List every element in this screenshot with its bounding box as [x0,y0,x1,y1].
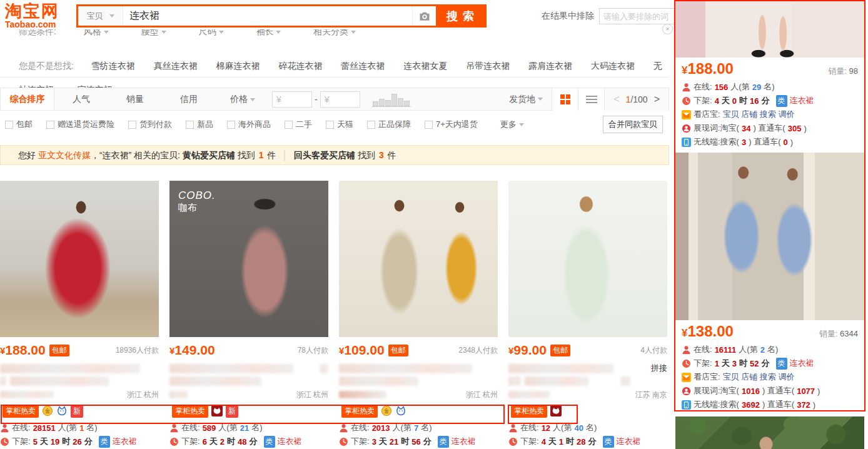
checkbox-icon[interactable] [285,121,293,129]
product-image[interactable] [0,181,159,337]
search-button[interactable]: 搜索 [436,6,485,26]
product-image[interactable] [675,1,864,58]
repeat-buyer-count: 3 [378,150,385,160]
seller-badges: 掌柜热卖 新 [169,401,328,421]
product-title-censored[interactable] [169,362,328,388]
suggest-link[interactable]: 雪纺连衣裙 [91,61,135,71]
paid-count: 2348人付款 [458,345,498,356]
checkbox-icon[interactable] [46,121,54,129]
more-filters-dropdown[interactable]: 更多 [500,119,524,130]
suggest-link[interactable]: 露肩连衣裙 [528,61,572,71]
grid-view-button[interactable] [552,88,578,111]
prev-page-button[interactable]: < [613,94,619,105]
next-page-button[interactable]: > [654,94,660,105]
checkbox-icon[interactable] [367,121,375,129]
sort-tab-popularity[interactable]: 人气 [54,88,108,110]
suggest-link[interactable]: 蕾丝连衣裙 [341,61,385,71]
taobao-logo[interactable]: 淘宝网 Taobao.com [5,3,74,29]
checkbox-new-item[interactable]: 新品 [186,119,213,130]
category-link[interactable]: 连衣裙 [278,436,302,447]
filter-related-category[interactable]: 相关分类 [313,29,356,36]
clock-icon [169,437,179,446]
product-image[interactable] [508,181,667,337]
sort-tab-credit[interactable]: 信用 [162,88,216,110]
checkbox-free-shipping[interactable]: 包邮 [5,119,33,130]
category-link[interactable]: 连衣裙 [790,358,814,369]
hot-sale-badge: 掌柜热卖 [172,405,208,418]
product-image[interactable] [675,153,864,320]
product-title-censored[interactable] [339,362,498,388]
filter-conditions-row: 筛选条件: 风格 腰型 尺码 袖长 相关分类 [0,29,669,43]
hot-sale-badge: 掌柜热卖 [3,405,39,418]
category-link[interactable]: 连衣裙 [452,436,476,447]
offshelf-stat-row: 下架:4天1时28分 类 连衣裙 [508,435,667,448]
filter-sleeve[interactable]: 袖长 [256,29,281,36]
checkbox-secondhand[interactable]: 二手 [285,119,312,130]
checkbox-icon[interactable] [326,121,334,129]
suggest-link[interactable]: 吊带连衣裙 [466,61,510,71]
category-link[interactable]: 连衣裙 [113,436,137,447]
shop-monitor-links[interactable]: 宝贝 店铺 搜索 调价 [723,109,795,120]
checkbox-cod[interactable]: 货到付款 [128,119,172,130]
sort-tab-sales[interactable]: 销量 [108,88,162,110]
checkbox-return-insurance[interactable]: 赠送退货运费险 [46,119,114,130]
list-view-button[interactable] [578,88,604,111]
free-shipping-badge: 包邮 [388,345,408,356]
ship-from-dropdown[interactable]: 发货地 [509,94,543,105]
shop-name-link[interactable]: 亚文文化传媒 [38,150,91,160]
clock-icon [682,96,691,106]
product-image[interactable]: COBO. 咖布 [169,181,328,337]
price-max-input[interactable]: ¥ [320,91,360,108]
product-price: 149.00 [174,343,214,358]
chevron-down-icon [109,14,114,18]
checkbox-authentic[interactable]: 正品保障 [367,119,411,130]
clock-icon [339,437,348,446]
suggest-link[interactable]: 大码连衣裙 [591,61,635,71]
price-histogram-icon[interactable] [371,92,411,107]
filter-size[interactable]: 尺码 [199,29,224,36]
checkbox-icon[interactable] [425,121,433,129]
search-category-dropdown[interactable]: 宝贝 [78,6,123,26]
sort-tab-price[interactable]: 价格 [216,88,270,110]
shop-monitor-links[interactable]: 宝贝 店铺 搜索 调价 [723,371,795,383]
checkbox-7day-return[interactable]: 7+天内退货 [425,119,478,130]
seller-badges: 掌柜热卖 金 新 [0,401,159,421]
merge-same-items-button[interactable]: 合并同款宝贝 [603,116,663,133]
suggest-link[interactable]: 棉麻连衣裙 [216,61,260,71]
product-image[interactable] [339,181,498,337]
suggest-link[interactable]: 连衣裙女夏 [403,61,447,71]
product-image[interactable] [675,416,864,449]
product-title-censored[interactable]: 拼接 [508,362,667,388]
checkbox-icon[interactable] [186,121,194,129]
product-title-censored[interactable] [0,362,159,388]
filter-style[interactable]: 风格 [84,29,109,36]
sort-tab-composite[interactable]: 综合排序 [1,88,54,110]
image-search-button[interactable] [412,6,436,26]
price-min-input[interactable]: ¥ [272,91,312,108]
checkbox-icon[interactable] [5,121,13,129]
suggest-link[interactable]: 真丝连衣裙 [154,61,198,71]
product-grid: ¥ 188.00 包邮 18936人付款 浙江 杭州 掌柜热卖 金 [0,181,670,448]
sales-count: 销量: 98 [828,66,858,77]
person-icon [0,423,9,433]
search-input[interactable] [123,6,412,26]
checkbox-icon[interactable] [227,121,235,129]
offshelf-stat-row: 下架:1天3时52分 类 连衣裙 [682,356,858,370]
list-view-icon [586,94,597,105]
seller-location: 浙江 杭州 [127,390,159,400]
category-link[interactable]: 连衣裙 [790,95,814,106]
seller-location: 江苏 南京 [635,390,667,400]
paid-count: 4人付款 [640,345,667,356]
hot-sale-badge: 掌柜热卖 [341,405,378,418]
category-badge: 类 [264,436,275,448]
suggest-link[interactable]: 碎花连衣裙 [278,61,322,71]
offshelf-stat-row: 下架:4天0时16分 类 连衣裙 [682,94,858,108]
category-link[interactable]: 连衣裙 [617,436,641,447]
checkbox-icon[interactable] [128,121,136,129]
seller-location: 浙江 杭州 [296,390,328,400]
checkbox-tmall[interactable]: 天猫 [326,119,353,130]
yuan-symbol: ¥ [682,327,687,340]
filter-waist[interactable]: 腰型 [141,29,166,36]
offshelf-stat-row: 下架:3天21时56分 类 连衣裙 [339,435,498,448]
checkbox-overseas[interactable]: 海外商品 [227,119,271,130]
